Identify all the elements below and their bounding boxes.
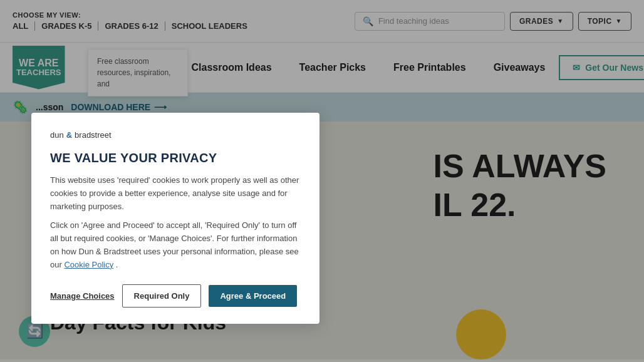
manage-choices-button[interactable]: Manage Choices [50, 291, 115, 301]
privacy-body-2: Click on 'Agree and Proceed' to accept a… [50, 219, 301, 271]
cookie-policy-link[interactable]: Cookie Policy [64, 260, 113, 269]
dnb-logo: dun & bradstreet [50, 130, 301, 140]
privacy-title: WE VALUE YOUR PRIVACY [50, 151, 301, 165]
dnb-name-end: bradstreet [75, 130, 112, 140]
dnb-ampersand: & [66, 130, 72, 140]
privacy-modal: dun & bradstreet WE VALUE YOUR PRIVACY T… [31, 113, 319, 324]
privacy-actions: Manage Choices Required Only Agree & Pro… [50, 284, 301, 308]
dnb-name-start: dun [50, 130, 64, 140]
required-only-button[interactable]: Required Only [122, 284, 202, 308]
privacy-body-1: This website uses 'required' cookies to … [50, 174, 301, 213]
agree-proceed-button[interactable]: Agree & Proceed [209, 285, 297, 307]
privacy-period: . [116, 260, 118, 269]
